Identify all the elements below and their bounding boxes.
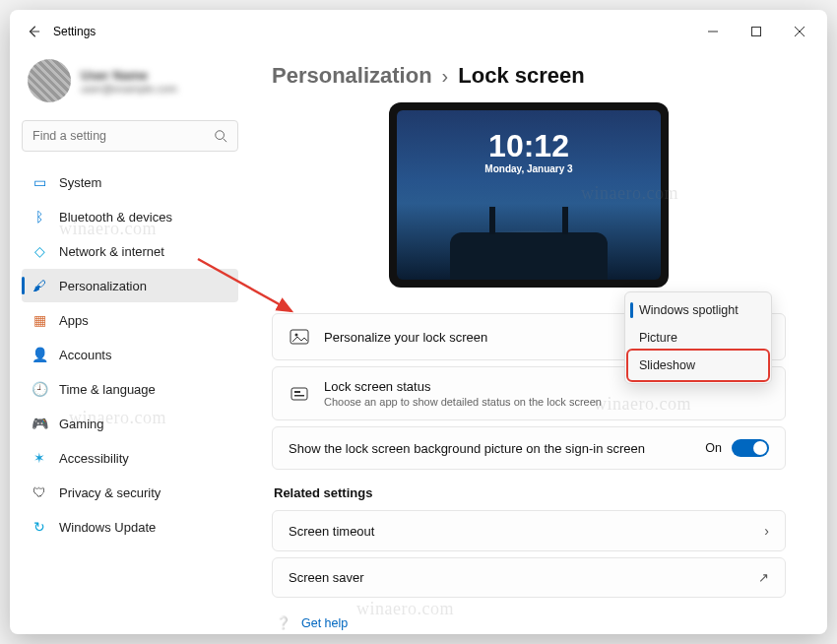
preview-date: Monday, January 3: [484, 163, 572, 174]
toggle-label: Show the lock screen background picture …: [289, 441, 645, 456]
sidebar-item-label: Windows Update: [59, 520, 156, 535]
bluetooth-icon: ᛒ: [32, 209, 47, 225]
sidebar-item-accessibility[interactable]: ✶Accessibility: [22, 441, 238, 475]
sidebar-item-label: Gaming: [59, 417, 104, 431]
dropdown-item-picture[interactable]: Picture: [629, 324, 767, 352]
sidebar-item-apps[interactable]: ▦Apps: [22, 303, 238, 337]
search-icon: [214, 129, 227, 143]
sidebar-item-label: Privacy & security: [59, 485, 161, 500]
svg-rect-4: [291, 388, 307, 400]
sidebar-item-label: Accounts: [59, 348, 111, 362]
link-get-help[interactable]: ❔Get help: [276, 612, 786, 634]
window-controls: [691, 14, 821, 49]
lock-screen-source-dropdown: Windows spotlight Picture Slideshow: [624, 291, 772, 384]
page-title: Lock screen: [458, 63, 584, 89]
sidebar: User Name user@example.com ▭System ᛒBlue…: [10, 53, 250, 634]
svg-point-1: [216, 131, 225, 140]
maximize-icon: [751, 27, 761, 36]
user-email: user@example.com: [81, 83, 177, 95]
minimize-icon: [708, 27, 718, 36]
breadcrumb-parent[interactable]: Personalization: [272, 63, 432, 89]
sidebar-item-time[interactable]: 🕘Time & language: [22, 372, 238, 406]
sidebar-item-update[interactable]: ↻Windows Update: [22, 510, 238, 544]
toggle-switch[interactable]: [732, 439, 769, 457]
svg-point-3: [295, 334, 298, 337]
brush-icon: 🖌: [32, 278, 47, 293]
breadcrumb: Personalization › Lock screen: [272, 63, 786, 89]
preview-time: 10:12: [488, 130, 569, 161]
settings-window: Settings User Name user@example.com ▭Sys…: [10, 10, 827, 634]
sidebar-item-accounts[interactable]: 👤Accounts: [22, 338, 238, 371]
wifi-icon: ◇: [32, 243, 47, 259]
dropdown-item-spotlight[interactable]: Windows spotlight: [629, 296, 767, 324]
arrow-left-icon: [27, 25, 40, 38]
sidebar-nav: ▭System ᛒBluetooth & devices ◇Network & …: [22, 165, 238, 544]
chevron-right-icon: ›: [442, 65, 449, 88]
user-name: User Name: [81, 68, 177, 83]
card-screen-saver[interactable]: Screen saver ↗: [272, 557, 786, 598]
titlebar: Settings: [10, 10, 827, 53]
svg-rect-0: [752, 28, 761, 36]
sidebar-item-label: Bluetooth & devices: [59, 210, 172, 225]
system-icon: ▭: [32, 174, 47, 190]
close-icon: [795, 27, 805, 36]
sidebar-item-label: Apps: [59, 313, 89, 328]
card-title: Screen timeout: [289, 524, 374, 539]
close-button[interactable]: [778, 14, 821, 49]
card-screen-timeout[interactable]: Screen timeout ›: [272, 510, 786, 551]
svg-rect-5: [294, 391, 300, 393]
preview-screen: 10:12 Monday, January 3: [397, 110, 661, 280]
help-links: ❔Get help 💬Give feedback: [272, 612, 786, 634]
card-subtitle: Choose an app to show detailed status on…: [324, 396, 602, 408]
card-title: Personalize your lock screen: [324, 330, 487, 345]
card-title: Lock screen status: [324, 379, 602, 394]
app-title: Settings: [53, 25, 96, 38]
sidebar-item-label: System: [59, 175, 101, 190]
person-icon: 👤: [32, 347, 47, 362]
sidebar-item-label: Personalization: [59, 279, 147, 293]
maximize-button[interactable]: [735, 14, 778, 49]
device-frame: 10:12 Monday, January 3: [389, 102, 669, 288]
section-related-settings: Related settings: [274, 485, 786, 500]
sidebar-item-network[interactable]: ◇Network & internet: [22, 234, 238, 268]
card-title: Screen saver: [289, 570, 364, 585]
sidebar-item-privacy[interactable]: 🛡Privacy & security: [22, 476, 238, 509]
chevron-right-icon: ›: [764, 523, 769, 539]
row-signin-picture: Show the lock screen background picture …: [272, 426, 786, 470]
sidebar-item-bluetooth[interactable]: ᛒBluetooth & devices: [22, 200, 238, 233]
minimize-button[interactable]: [691, 14, 735, 49]
search-box[interactable]: [22, 120, 238, 152]
external-link-icon: ↗: [758, 570, 769, 585]
sidebar-item-system[interactable]: ▭System: [22, 165, 238, 199]
user-block[interactable]: User Name user@example.com: [22, 53, 238, 116]
svg-rect-6: [294, 395, 304, 397]
dropdown-item-slideshow[interactable]: Slideshow: [629, 352, 767, 379]
shield-icon: 🛡: [32, 484, 47, 500]
gaming-icon: 🎮: [32, 416, 47, 431]
accessibility-icon: ✶: [32, 450, 47, 466]
help-icon: ❔: [276, 615, 291, 630]
toggle-state: On: [705, 441, 722, 455]
back-button[interactable]: [16, 14, 51, 49]
search-input[interactable]: [32, 129, 214, 143]
sidebar-item-label: Accessibility: [59, 451, 129, 466]
status-icon: [289, 383, 310, 405]
sidebar-item-label: Network & internet: [59, 244, 164, 259]
apps-icon: ▦: [32, 312, 47, 328]
clock-icon: 🕘: [32, 381, 47, 397]
sidebar-item-gaming[interactable]: 🎮Gaming: [22, 407, 238, 440]
lock-screen-preview: 10:12 Monday, January 3: [272, 102, 786, 288]
update-icon: ↻: [32, 519, 47, 535]
picture-icon: [289, 326, 310, 348]
sidebar-item-label: Time & language: [59, 382, 156, 397]
avatar: [28, 59, 71, 102]
sidebar-item-personalization[interactable]: 🖌Personalization: [22, 269, 238, 302]
